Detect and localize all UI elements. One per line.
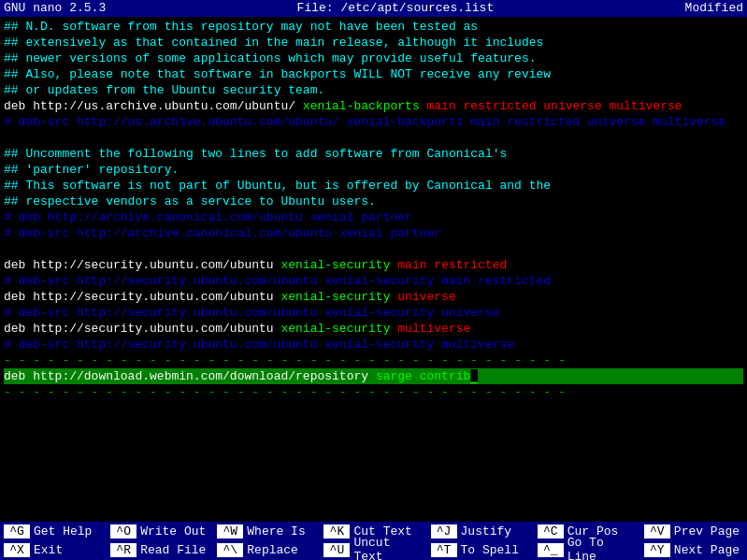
shortcut-key-write-out: ^O: [110, 524, 136, 538]
shortcut-replace[interactable]: ^\ Replace: [213, 543, 320, 557]
shortcut-key-to-spell: ^T: [431, 543, 457, 557]
editor-line: ## respective vendors as a service to Ub…: [4, 194, 743, 209]
editor-line: deb http://us.archive.ubuntu.com/ubuntu/…: [4, 98, 743, 114]
shortcut-key-justify: ^J: [431, 524, 457, 538]
status-bar: ^G Get Help ^O Write Out ^W Where Is ^K …: [0, 522, 747, 560]
editor-line: # deb http://archive.canonical.com/ubunt…: [4, 209, 743, 225]
shortcut-label-prev-page: Prev Page: [670, 524, 740, 538]
app-name: GNU nano 2.5.3: [4, 0, 106, 17]
shortcut-key-exit: ^X: [4, 543, 30, 557]
shortcut-where-is[interactable]: ^W Where Is: [213, 524, 320, 538]
shortcut-label-write-out: Write Out: [136, 524, 206, 538]
shortcut-label-uncut-text: Uncut Text: [350, 536, 423, 560]
editor-line: ## Also, please note that software in ba…: [4, 66, 743, 82]
shortcut-write-out[interactable]: ^O Write Out: [107, 524, 213, 538]
modified-status: Modified: [685, 0, 743, 17]
shortcut-label-replace: Replace: [243, 543, 298, 557]
editor-line: ## extensively as that contained in the …: [4, 35, 743, 50]
editor-line: [4, 241, 743, 257]
shortcut-key-get-help: ^G: [4, 524, 30, 538]
shortcut-key-uncut-text: ^U: [323, 543, 350, 557]
shortcut-get-help[interactable]: ^G Get Help: [0, 524, 107, 538]
editor-line: ## 'partner' repository.: [4, 162, 743, 178]
editor-line: # deb-src http://security.ubuntu.com/ubu…: [4, 305, 743, 321]
shortcut-label-exit: Exit: [30, 543, 63, 557]
editor-line: # deb-src http://us.archive.ubuntu.com/u…: [4, 114, 743, 130]
shortcut-key-where-is: ^W: [217, 524, 243, 538]
shortcut-key-replace: ^\: [217, 543, 243, 557]
editor-area[interactable]: ## N.D. software from this repository ma…: [0, 17, 747, 522]
editor-line: [4, 130, 743, 146]
editor-line: ## newer versions of some applications w…: [4, 50, 743, 66]
shortcut-label-go-to-line: Go To Line: [564, 536, 637, 560]
shortcut-label-justify: Justify: [457, 524, 512, 538]
shortcut-label-to-spell: To Spell: [457, 543, 519, 557]
editor-line: deb http://security.ubuntu.com/ubuntu xe…: [4, 257, 743, 273]
shortcut-row-2: ^X Exit ^R Read File ^\ Replace ^U Uncut…: [0, 540, 747, 559]
editor-line: deb http://security.ubuntu.com/ubuntu xe…: [4, 289, 743, 305]
editor-line: ## or updates from the Ubuntu security t…: [4, 82, 743, 98]
file-name: File: /etc/apt/sources.list: [297, 0, 495, 17]
editor-line: # deb-src http://security.ubuntu.com/ubu…: [4, 273, 743, 289]
editor-line: - - - - - - - - - - - - - - - - - - - - …: [4, 352, 743, 368]
shortcut-label-get-help: Get Help: [30, 524, 92, 538]
shortcut-label-where-is: Where Is: [243, 524, 305, 538]
editor-line-active: deb http://download.webmin.com/download/…: [4, 368, 743, 384]
editor-line: ## Uncomment the following two lines to …: [4, 146, 743, 162]
shortcut-next-page[interactable]: ^Y Next Page: [640, 543, 747, 557]
editor-line: - - - - - - - - - - - - - - - - - - - - …: [4, 384, 743, 400]
shortcut-key-read-file: ^R: [110, 543, 136, 557]
shortcut-label-next-page: Next Page: [670, 543, 740, 557]
shortcut-exit[interactable]: ^X Exit: [0, 543, 107, 557]
shortcut-go-to-line[interactable]: ^_ Go To Line: [534, 536, 640, 560]
shortcut-to-spell[interactable]: ^T To Spell: [427, 543, 534, 557]
shortcut-prev-page[interactable]: ^V Prev Page: [640, 524, 747, 538]
title-bar: GNU nano 2.5.3 File: /etc/apt/sources.li…: [0, 0, 747, 17]
editor-line: # deb-src http://security.ubuntu.com/ubu…: [4, 337, 743, 352]
editor-line: deb http://security.ubuntu.com/ubuntu xe…: [4, 321, 743, 337]
editor-line: ## N.D. software from this repository ma…: [4, 19, 743, 35]
shortcut-justify[interactable]: ^J Justify: [427, 524, 534, 538]
shortcut-read-file[interactable]: ^R Read File: [107, 543, 213, 557]
shortcut-uncut-text[interactable]: ^U Uncut Text: [320, 536, 426, 560]
editor-line: # deb-src http://archive.canonical.com/u…: [4, 225, 743, 241]
editor-line: ## This software is not part of Ubuntu, …: [4, 178, 743, 194]
shortcut-label-read-file: Read File: [136, 543, 206, 557]
shortcut-key-prev-page: ^V: [644, 524, 670, 538]
shortcut-key-next-page: ^Y: [644, 543, 670, 557]
shortcut-key-go-to-line: ^_: [538, 543, 564, 557]
